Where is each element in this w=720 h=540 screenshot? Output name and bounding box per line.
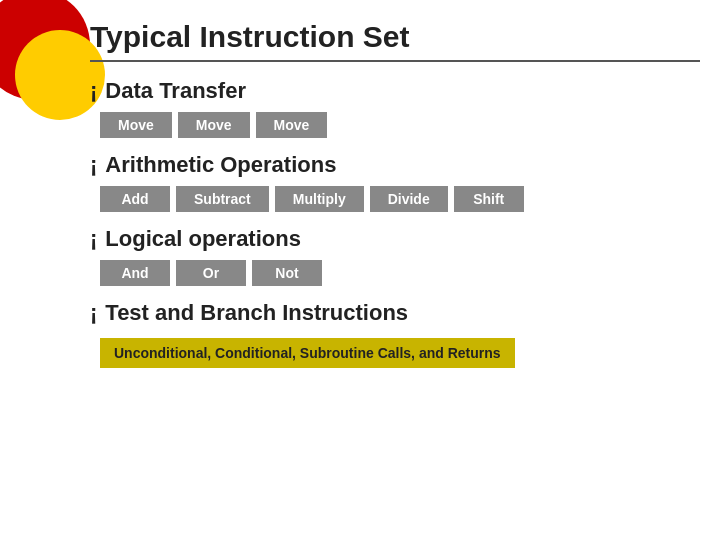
section-arithmetic: ¡Arithmetic Operations Add Subtract Mult…: [90, 152, 700, 212]
tag-not: Not: [252, 260, 322, 286]
arithmetic-header: ¡Arithmetic Operations: [90, 152, 700, 178]
bullet-data-transfer: ¡: [90, 78, 97, 104]
tag-multiply: Multiply: [275, 186, 364, 212]
section-data-transfer: ¡Data Transfer Move Move Move: [90, 78, 700, 138]
logical-header: ¡Logical operations: [90, 226, 700, 252]
main-content: Typical Instruction Set ¡Data Transfer M…: [90, 20, 700, 530]
tag-add: Add: [100, 186, 170, 212]
bullet-arithmetic: ¡: [90, 152, 97, 178]
tag-move-3: Move: [256, 112, 328, 138]
page-title: Typical Instruction Set: [90, 20, 700, 54]
data-transfer-header: ¡Data Transfer: [90, 78, 700, 104]
data-transfer-tags: Move Move Move: [100, 112, 700, 138]
bullet-logical: ¡: [90, 226, 97, 252]
test-branch-header: ¡Test and Branch Instructions: [90, 300, 700, 326]
tag-move-1: Move: [100, 112, 172, 138]
tag-and: And: [100, 260, 170, 286]
arithmetic-tags: Add Subtract Multiply Divide Shift: [100, 186, 700, 212]
tag-shift: Shift: [454, 186, 524, 212]
logical-tags: And Or Not: [100, 260, 700, 286]
tag-or: Or: [176, 260, 246, 286]
bottom-bar-label: Unconditional, Conditional, Subroutine C…: [100, 338, 515, 368]
title-divider: [90, 60, 700, 62]
tag-divide: Divide: [370, 186, 448, 212]
tag-move-2: Move: [178, 112, 250, 138]
bullet-test-branch: ¡: [90, 300, 97, 326]
section-logical: ¡Logical operations And Or Not: [90, 226, 700, 286]
tag-subtract: Subtract: [176, 186, 269, 212]
section-test-branch: ¡Test and Branch Instructions Unconditio…: [90, 300, 700, 368]
